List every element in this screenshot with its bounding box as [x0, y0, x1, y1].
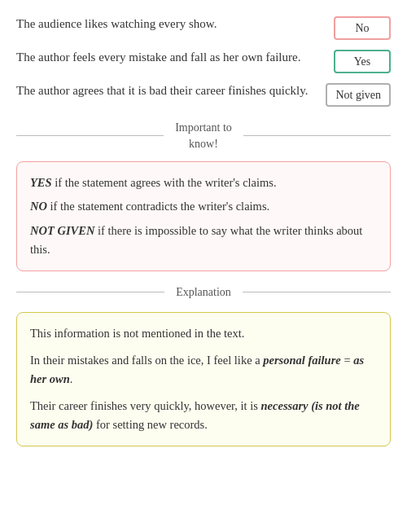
statement-text-3: The author agrees that it is bad their c… — [16, 81, 326, 100]
important-divider: Important toknow! — [16, 120, 391, 152]
explanation-after-3: for setting new records. — [93, 418, 208, 431]
important-to-know-label: Important toknow! — [164, 120, 243, 152]
divider-line-right — [243, 135, 391, 136]
explanation-divider-line-right — [243, 292, 391, 292]
statement-row-2: The author feels every mistake and fall … — [16, 48, 391, 73]
info-yes: YES if the statement agrees with the wri… — [30, 174, 377, 192]
explanation-para-2: In their mistakes and falls on the ice, … — [30, 351, 377, 389]
explanation-para-3: Their career finishes very quickly, howe… — [30, 397, 377, 434]
yes-keyword: YES — [30, 176, 52, 189]
statement-row-1: The audience likes watching every show. … — [16, 15, 391, 40]
info-no: NO if the statement contradicts the writ… — [30, 197, 377, 216]
explanation-box: This information is not mentioned in the… — [16, 312, 391, 447]
answer-badge-1: No — [334, 16, 391, 40]
explanation-label: Explanation — [164, 284, 243, 301]
answer-badge-2: Yes — [334, 50, 391, 73]
explanation-before-2: In their mistakes and falls on the ice, … — [30, 354, 263, 367]
notgiven-keyword: NOT GIVEN — [30, 224, 94, 237]
explanation-bold-1: personal failure — [263, 354, 340, 367]
statement-text-1: The audience likes watching every show. — [16, 15, 334, 33]
explanation-text-1: This information is not mentioned in the… — [30, 327, 244, 340]
explanation-divider: Explanation — [16, 284, 391, 301]
answer-badge-3: Not given — [326, 83, 391, 107]
statement-text-2: The author feels every mistake and fall … — [16, 48, 334, 67]
explanation-eq: = — [341, 354, 353, 367]
no-keyword: NO — [30, 200, 47, 213]
explanation-after-2: . — [70, 372, 73, 385]
divider-line-left — [16, 135, 164, 136]
explanation-para-1: This information is not mentioned in the… — [30, 324, 377, 343]
info-notgiven: NOT GIVEN if there is impossible to say … — [30, 222, 377, 259]
statement-row-3: The author agrees that it is bad their c… — [16, 81, 391, 107]
yes-text: if the statement agrees with the writer'… — [55, 176, 276, 189]
statements-section: The audience likes watching every show. … — [16, 15, 391, 107]
no-text: if the statement contradicts the writer'… — [50, 200, 270, 213]
explanation-divider-line-left — [16, 292, 164, 292]
info-box: YES if the statement agrees with the wri… — [16, 161, 391, 271]
explanation-before-3: Their career finishes very quickly, howe… — [30, 399, 261, 412]
